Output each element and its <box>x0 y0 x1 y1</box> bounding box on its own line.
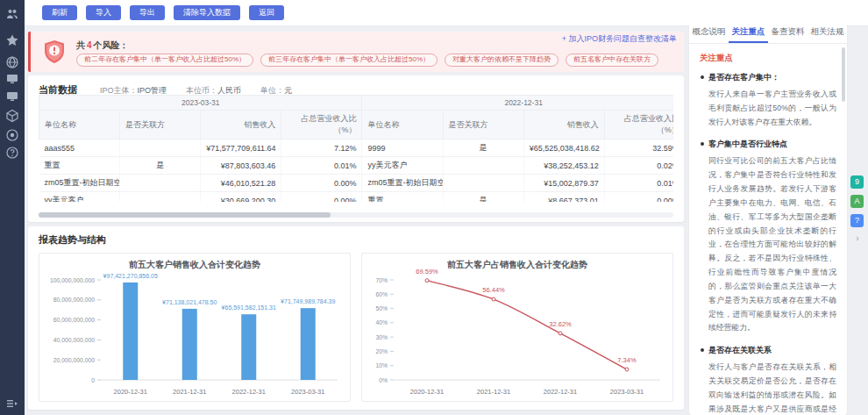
svg-text:2023-03-31: 2023-03-31 <box>291 388 324 396</box>
knowledge-heading: 关注重点 <box>700 53 836 64</box>
svg-text:2020-12-31: 2020-12-31 <box>114 388 147 396</box>
table-cell[interactable]: 是 <box>443 192 523 203</box>
org-people-icon[interactable] <box>5 7 19 21</box>
line-point-1[interactable] <box>492 297 495 301</box>
table-cell[interactable]: 0.01% <box>281 157 362 175</box>
table-cell[interactable]: ¥8,667,373.01 <box>523 192 604 203</box>
table-cell[interactable]: 0.00% <box>281 192 362 203</box>
customers-table: 2023-03-312022-12-31单位名称是否关联方销售收入占总营业收入比… <box>39 95 673 202</box>
table-body: aaas555¥71,577,709,611.647.12%9999是¥65,5… <box>39 140 674 203</box>
table-cell[interactable]: 是 <box>443 140 523 157</box>
meta-value: IPO管理 <box>138 86 167 95</box>
table-cell[interactable]: ¥87,803,603.46 <box>201 157 281 175</box>
table-cell[interactable]: ¥30,669,200.30 <box>201 192 281 203</box>
toolbar-button-3[interactable]: 清除导入数据 <box>174 5 240 20</box>
column-header-0: 单位名称 <box>39 111 120 140</box>
table-cell[interactable]: yy美元客户 <box>362 157 443 175</box>
horizontal-scrollbar[interactable] <box>39 212 673 218</box>
toolbar-button-4[interactable]: 返回 <box>249 5 284 20</box>
table-cell[interactable]: 7.12% <box>281 140 362 157</box>
table-row: 重置是¥87,803,603.460.01%yy美元客户¥38,252,453.… <box>39 157 674 175</box>
table-cell[interactable]: 0.00% <box>281 175 362 192</box>
table-cell[interactable]: 重置 <box>39 157 120 175</box>
svg-text:2022-12-31: 2022-12-31 <box>232 388 266 396</box>
table-cell[interactable]: zm05重置-初始日期空 <box>362 175 443 192</box>
collapse-menu-icon[interactable] <box>5 397 19 411</box>
svg-text:60,000,000,000: 60,000,000,000 <box>53 317 95 323</box>
globe-icon[interactable] <box>5 55 19 69</box>
svg-text:7.34%: 7.34% <box>617 356 637 364</box>
table-cell[interactable]: yy美元客户 <box>39 192 120 203</box>
table-cell[interactable]: ¥15,002,879.37 <box>523 175 604 192</box>
horizontal-scrollbar-thumb[interactable] <box>39 212 331 218</box>
table-cell[interactable]: 0.02% <box>604 157 673 175</box>
svg-text:100,000,000,000: 100,000,000,000 <box>50 277 95 283</box>
toolbar-button-2[interactable]: 导出 <box>130 5 165 20</box>
period-header-1: 2022-12-31 <box>362 96 673 111</box>
table-cell[interactable]: 0.01% <box>604 175 673 192</box>
table-cell[interactable]: ¥65,525,038,418.62 <box>523 140 604 157</box>
service-chat-icon[interactable]: 9 <box>850 175 864 189</box>
svg-text:2022-12-31: 2022-12-31 <box>544 388 577 396</box>
toolbar-button-0[interactable]: 刷新 <box>42 5 77 20</box>
svg-text:70%: 70% <box>375 277 388 283</box>
svg-text:2021-12-31: 2021-12-31 <box>477 388 510 396</box>
risk-tag-2: 对重大客户的依赖不呈下降趋势 <box>445 54 559 67</box>
bar-0[interactable] <box>123 283 138 380</box>
svg-text:20,000,000,000: 20,000,000,000 <box>53 357 95 363</box>
star-icon[interactable] <box>5 33 19 47</box>
table-cell[interactable]: aaas555 <box>39 140 120 157</box>
table-cell[interactable]: 32.59% <box>604 140 673 157</box>
line-point-3[interactable] <box>625 368 629 371</box>
panel-scrollbar-thumb[interactable] <box>842 47 845 102</box>
package-icon[interactable] <box>5 109 19 123</box>
section-body: 发行人与客户是否存在关联关系，相关关联交易定价是否公允，是否存在双向输送利益的情… <box>700 361 836 415</box>
monitor-icon[interactable] <box>5 72 19 86</box>
svg-text:32.62%: 32.62% <box>549 320 572 328</box>
add-to-checklist-link[interactable]: + 加入IPO财务问题自查整改清单 <box>562 33 677 45</box>
risk-tag-list: 前二年存在客户集中（单一客户收入占比超过50%）前三年存在客户集中（单一客户收入… <box>76 54 658 67</box>
table-cell[interactable]: zm05重置-初始日期空 <box>39 175 120 192</box>
disc-icon[interactable] <box>5 128 19 142</box>
toolbar-button-1[interactable]: 导入 <box>86 5 121 20</box>
knowledge-tabs: 概念说明关注重点备查资料相关法规 <box>689 21 847 44</box>
tab-备查资料[interactable]: 备查资料 <box>768 21 808 43</box>
table-cell[interactable]: 9999 <box>362 140 443 157</box>
knowledge-section-1: 客户集中是否行业特点同行业可比公司的前五大客户占比情况，客户集中是否符合行业特性… <box>700 139 836 335</box>
bar-1[interactable] <box>182 309 197 380</box>
svg-text:40%: 40% <box>375 319 388 326</box>
table-cell[interactable]: 重置 <box>362 192 443 203</box>
table-cell[interactable] <box>120 175 201 192</box>
expand-chevron-icon[interactable]: › <box>850 233 864 243</box>
knowledge-sections: 是否存在客户集中：发行人来自单一客户主营业务收入或毛利贡献占比超过50%的，一般… <box>700 72 836 415</box>
table-cell[interactable] <box>120 192 201 203</box>
table-cell[interactable] <box>120 140 201 157</box>
table-cell[interactable]: 0.00% <box>604 192 673 203</box>
line-point-0[interactable] <box>425 279 429 283</box>
tab-概念说明[interactable]: 概念说明 <box>689 21 729 43</box>
meta-label: IPO主体： <box>100 86 138 95</box>
table-cell[interactable] <box>443 175 523 192</box>
table-cell[interactable]: ¥38,252,453.12 <box>523 157 604 175</box>
table-cell[interactable]: ¥46,010,521.28 <box>201 175 281 192</box>
help-circle-icon[interactable] <box>5 146 19 160</box>
table-cell[interactable] <box>443 157 523 175</box>
risk-shield-icon <box>43 39 66 64</box>
bar-2[interactable] <box>241 314 256 380</box>
risk-banner: + 加入IPO财务问题自查整改清单 共4个风险： 前二年存在客户集中（单一客户收… <box>28 32 684 72</box>
bar-chart: 前五大客户销售收入合计变化趋势020,000,000,00040,000,000… <box>39 254 350 401</box>
line-point-2[interactable] <box>559 332 562 335</box>
bar-3[interactable] <box>301 308 316 380</box>
table-cell[interactable]: 是 <box>120 157 201 175</box>
floating-service-buttons: 9A? › <box>850 175 864 243</box>
meta-label: 单位： <box>260 86 284 95</box>
service-agent-icon[interactable]: A <box>850 195 864 208</box>
tab-相关法规[interactable]: 相关法规 <box>808 21 847 43</box>
service-help-icon[interactable]: ? <box>850 214 864 227</box>
svg-text:前五大客户占销售收入合计变化趋势: 前五大客户占销售收入合计变化趋势 <box>446 260 587 269</box>
tab-关注重点[interactable]: 关注重点 <box>729 21 768 43</box>
monitor-icon-2[interactable] <box>5 89 19 104</box>
table-cell[interactable]: ¥71,577,709,611.64 <box>201 140 281 157</box>
bullet-icon <box>701 348 704 352</box>
svg-text:10%: 10% <box>375 362 388 368</box>
